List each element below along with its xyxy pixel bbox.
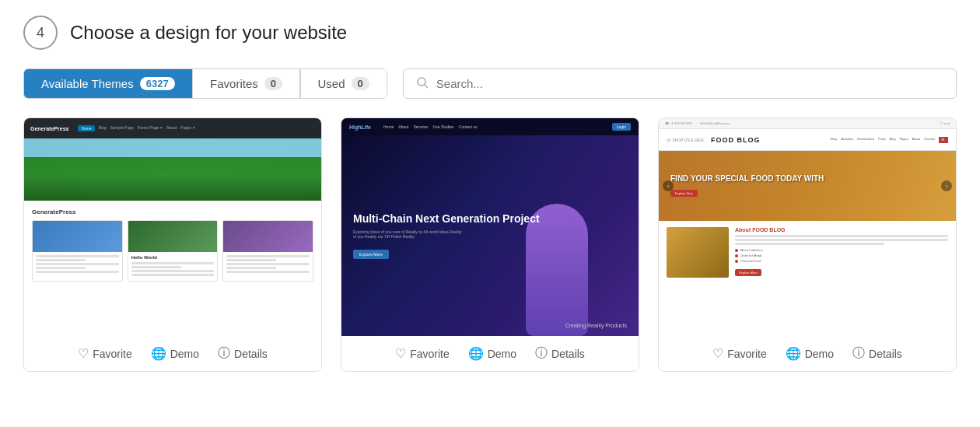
theme-preview-generatepress: GeneratePress Home Blog Sample Page Pare… bbox=[24, 118, 321, 336]
gp-nav-links: Home Blog Sample Page Parent Page ▾ Abou… bbox=[78, 125, 194, 131]
hl-hero: Multi-Chain Next Generation Project Expl… bbox=[341, 135, 639, 336]
tab-available-badge: 6327 bbox=[140, 77, 175, 90]
info-icon-fb: ⓘ bbox=[852, 345, 865, 362]
details-action-fb[interactable]: ⓘ Details bbox=[852, 345, 902, 362]
heart-icon-fb: ♡ bbox=[712, 346, 723, 361]
themes-grid: GeneratePress Home Blog Sample Page Pare… bbox=[23, 117, 957, 372]
step-circle: 4 bbox=[23, 16, 58, 50]
theme-actions-generatepress: ♡ Favorite 🌐 Demo ⓘ Details bbox=[24, 336, 321, 371]
fb-nav: 🛒 SHOP US & DEAL FOOD BLOG Shop Activiti… bbox=[659, 129, 956, 151]
page-header: 4 Choose a design for your website bbox=[23, 16, 957, 50]
demo-label-fb: Demo bbox=[805, 348, 834, 360]
tab-used-badge: 0 bbox=[352, 77, 369, 90]
page-title: Choose a design for your website bbox=[70, 22, 347, 44]
tab-favorites-label: Favorites bbox=[210, 77, 258, 90]
favorite-label-gp: Favorite bbox=[93, 348, 132, 360]
demo-label-gp: Demo bbox=[170, 348, 199, 360]
favorite-action-gp[interactable]: ♡ Favorite bbox=[78, 345, 132, 362]
controls-row: Available Themes 6327 Favorites 0 Used 0 bbox=[23, 68, 957, 99]
info-icon-hl: ⓘ bbox=[535, 345, 548, 362]
heart-icon-hl: ♡ bbox=[395, 346, 406, 361]
hl-hero-title: Multi-Chain Next Generation Project bbox=[353, 212, 540, 226]
details-label-fb: Details bbox=[869, 348, 902, 360]
tab-available-themes[interactable]: Available Themes 6327 bbox=[24, 69, 192, 98]
details-action-hl[interactable]: ⓘ Details bbox=[535, 345, 585, 362]
globe-icon: 🌐 bbox=[151, 346, 166, 361]
svg-line-1 bbox=[425, 85, 428, 88]
tab-favorites[interactable]: Favorites 0 bbox=[193, 69, 299, 98]
tab-available-label: Available Themes bbox=[41, 77, 134, 90]
gp-body: GeneratePress bbox=[24, 201, 321, 336]
favorite-label-hl: Favorite bbox=[410, 348, 450, 360]
gp-nav: GeneratePress Home Blog Sample Page Pare… bbox=[24, 118, 321, 138]
fb-about-title: About FOOD BLOG bbox=[735, 227, 948, 233]
theme-actions-foodblog: ♡ Favorite 🌐 Demo ⓘ Details bbox=[659, 336, 956, 371]
gp-logo: GeneratePress bbox=[30, 126, 68, 131]
hl-bottom-text: Creating Reality Products bbox=[565, 323, 627, 328]
search-icon bbox=[416, 76, 429, 92]
fb-about: About FOOD BLOG Menu Collection Order fo… bbox=[659, 221, 956, 336]
demo-label-hl: Demo bbox=[488, 348, 516, 360]
theme-card-highlife: HighLife Home About Services Use Studies… bbox=[341, 117, 639, 372]
details-action-gp[interactable]: ⓘ Details bbox=[218, 345, 268, 362]
tab-used[interactable]: Used 0 bbox=[301, 69, 387, 98]
demo-action-fb[interactable]: 🌐 Demo bbox=[786, 345, 834, 362]
theme-card-generatepress: GeneratePress Home Blog Sample Page Pare… bbox=[23, 117, 322, 372]
theme-preview-highlife: HighLife Home About Services Use Studies… bbox=[341, 118, 639, 336]
heart-icon: ♡ bbox=[78, 346, 89, 361]
tabs-container: Available Themes 6327 Favorites 0 Used 0 bbox=[23, 68, 387, 99]
fb-hero: FIND YOUR SPECIAL FOOD TODAY WITH Explor… bbox=[659, 151, 956, 221]
fb-hero-title: FIND YOUR SPECIAL FOOD TODAY WITH bbox=[670, 174, 824, 184]
globe-icon-hl: 🌐 bbox=[468, 346, 484, 361]
search-input[interactable] bbox=[436, 77, 943, 90]
theme-preview-foodblog: ☎ +1-234-567-890 ✉ info@foodblog.com f t… bbox=[659, 118, 956, 336]
globe-icon-fb: 🌐 bbox=[786, 346, 801, 361]
favorite-label-fb: Favorite bbox=[727, 348, 767, 360]
favorite-action-hl[interactable]: ♡ Favorite bbox=[395, 345, 450, 362]
details-label-hl: Details bbox=[551, 348, 585, 360]
demo-action-gp[interactable]: 🌐 Demo bbox=[151, 345, 199, 362]
fb-next-arrow[interactable]: › bbox=[941, 180, 952, 191]
gp-hero bbox=[24, 138, 321, 201]
theme-card-foodblog: ☎ +1-234-567-890 ✉ info@foodblog.com f t… bbox=[658, 117, 957, 372]
details-label-gp: Details bbox=[234, 348, 268, 360]
hl-logo: HighLife bbox=[349, 124, 371, 130]
step-number: 4 bbox=[37, 25, 44, 41]
tab-favorites-badge: 0 bbox=[264, 77, 282, 90]
tab-used-label: Used bbox=[318, 77, 345, 90]
fb-about-image bbox=[667, 227, 729, 278]
favorite-action-fb[interactable]: ♡ Favorite bbox=[712, 345, 767, 362]
search-container bbox=[403, 68, 957, 99]
info-icon: ⓘ bbox=[218, 345, 230, 362]
theme-actions-highlife: ♡ Favorite 🌐 Demo ⓘ Details bbox=[341, 336, 639, 371]
hl-nav: HighLife Home About Services Use Studies… bbox=[341, 118, 639, 135]
demo-action-hl[interactable]: 🌐 Demo bbox=[468, 345, 516, 362]
